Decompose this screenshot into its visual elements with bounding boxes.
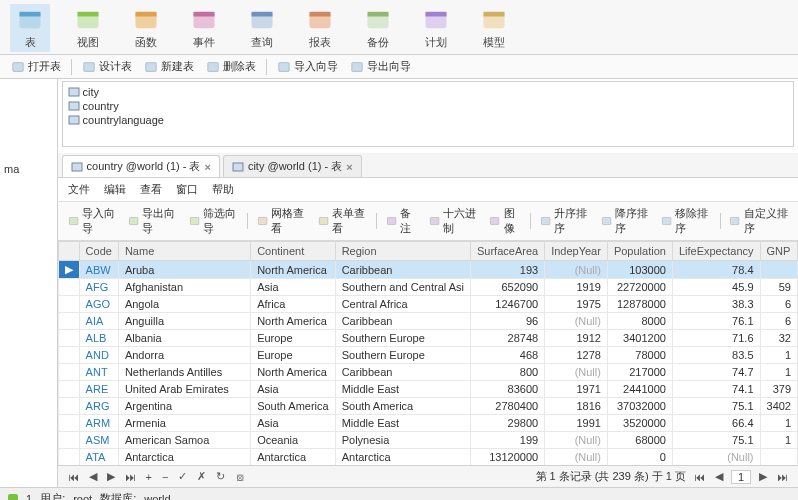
svg-rect-29 bbox=[69, 217, 77, 224]
nav-prev-icon[interactable]: ◀ bbox=[87, 470, 99, 483]
memo-button[interactable]: 备注 bbox=[381, 204, 423, 238]
menu-3[interactable]: 窗口 bbox=[176, 182, 198, 197]
svg-rect-38 bbox=[602, 217, 610, 224]
menu-4[interactable]: 帮助 bbox=[212, 182, 234, 197]
svg-rect-25 bbox=[69, 102, 79, 110]
import-wiz-button[interactable]: 导入向导 bbox=[63, 204, 123, 238]
sort-asc-button[interactable]: 升序排序 bbox=[535, 204, 595, 238]
col-Name[interactable]: Name bbox=[118, 242, 250, 261]
menu-0[interactable]: 文件 bbox=[68, 182, 90, 197]
status-bar: 1 用户: root 数据库: world bbox=[0, 487, 798, 500]
col-LifeExpectancy[interactable]: LifeExpectancy bbox=[672, 242, 760, 261]
user-label: 用户: bbox=[40, 491, 65, 500]
svg-rect-11 bbox=[310, 12, 331, 17]
col-Code[interactable]: Code bbox=[79, 242, 118, 261]
tab-country[interactable]: country @world (1) - 表× bbox=[62, 155, 220, 177]
table-row[interactable]: ANDAndorraEuropeSouthern Europe468127878… bbox=[58, 347, 797, 364]
col-Region[interactable]: Region bbox=[335, 242, 470, 261]
svg-rect-39 bbox=[662, 217, 670, 224]
form-view-button[interactable]: 表单查看 bbox=[313, 204, 373, 238]
filter-wiz-button[interactable]: 筛选向导 bbox=[184, 204, 244, 238]
svg-rect-37 bbox=[541, 217, 549, 224]
col-Population[interactable]: Population bbox=[607, 242, 672, 261]
page-next-icon[interactable]: ▶ bbox=[757, 470, 769, 483]
ribbon-view[interactable]: 视图 bbox=[68, 4, 108, 52]
table-row[interactable]: ASMAmerican SamoaOceaniaPolynesia199(Nul… bbox=[58, 432, 797, 449]
record-navigator: ⏮ ◀ ▶ ⏭ + − ✓ ✗ ↻ ⦻ 第 1 条记录 (共 239 条) 于 … bbox=[58, 465, 798, 487]
table-row[interactable]: ARGArgentinaSouth AmericaSouth America27… bbox=[58, 398, 797, 415]
ribbon-function[interactable]: 函数 bbox=[126, 4, 166, 52]
svg-rect-17 bbox=[484, 12, 505, 17]
col-Continent[interactable]: Continent bbox=[251, 242, 336, 261]
ribbon-table[interactable]: 表 bbox=[10, 4, 50, 52]
nav-add-icon[interactable]: + bbox=[144, 471, 154, 483]
nav-refresh-icon[interactable]: ↻ bbox=[214, 470, 227, 483]
ribbon-event[interactable]: 事件 bbox=[184, 4, 224, 52]
svg-rect-13 bbox=[368, 12, 389, 17]
ribbon-function-label: 函数 bbox=[135, 35, 157, 50]
export-wiz-button[interactable]: 导出向导 bbox=[123, 204, 183, 238]
ribbon-backup-label: 备份 bbox=[367, 35, 389, 50]
nav-stop-icon[interactable]: ⦻ bbox=[233, 471, 248, 483]
menu-1[interactable]: 编辑 bbox=[104, 182, 126, 197]
connection-status-icon bbox=[8, 494, 18, 501]
svg-rect-32 bbox=[259, 217, 267, 224]
menu-2[interactable]: 查看 bbox=[140, 182, 162, 197]
sort-desc-button[interactable]: 降序排序 bbox=[596, 204, 656, 238]
page-first-icon[interactable]: ⏮ bbox=[692, 471, 707, 483]
svg-rect-19 bbox=[84, 62, 95, 71]
tree-item-country[interactable]: country bbox=[66, 99, 790, 113]
grid-view-button[interactable]: 网格查看 bbox=[252, 204, 312, 238]
table-row[interactable]: AREUnited Arab EmiratesAsiaMiddle East83… bbox=[58, 381, 797, 398]
table-row[interactable]: ▶ABWArubaNorth AmericaCaribbean193(Null)… bbox=[58, 261, 797, 279]
data-grid[interactable]: CodeNameContinentRegionSurfaceAreaIndepY… bbox=[58, 241, 798, 465]
nav-commit-icon[interactable]: ✓ bbox=[176, 470, 189, 483]
ribbon-query[interactable]: 查询 bbox=[242, 4, 282, 52]
hex-button[interactable]: 十六进制 bbox=[424, 204, 484, 238]
table-row[interactable]: ANTNetherlands AntillesNorth AmericaCari… bbox=[58, 364, 797, 381]
nav-next-icon[interactable]: ▶ bbox=[105, 470, 117, 483]
svg-rect-24 bbox=[69, 88, 79, 96]
svg-rect-26 bbox=[69, 116, 79, 124]
svg-rect-35 bbox=[430, 217, 438, 224]
import-wizard-button[interactable]: 导入向导 bbox=[272, 57, 343, 76]
ribbon-report[interactable]: 报表 bbox=[300, 4, 340, 52]
svg-rect-31 bbox=[190, 217, 198, 224]
custom-sort-button[interactable]: 自定义排序 bbox=[724, 204, 793, 238]
delete-table-button[interactable]: 删除表 bbox=[201, 57, 261, 76]
ribbon-model[interactable]: 模型 bbox=[474, 4, 514, 52]
table-row[interactable]: AFGAfghanistanAsiaSouthern and Central A… bbox=[58, 279, 797, 296]
tab-city[interactable]: city @world (1) - 表× bbox=[223, 155, 362, 177]
ribbon-event-label: 事件 bbox=[193, 35, 215, 50]
image-button[interactable]: 图像 bbox=[484, 204, 526, 238]
svg-rect-27 bbox=[72, 163, 82, 171]
page-last-icon[interactable]: ⏭ bbox=[775, 471, 790, 483]
nav-cancel-icon[interactable]: ✗ bbox=[195, 470, 208, 483]
remove-sort-button[interactable]: 移除排序 bbox=[656, 204, 716, 238]
page-number[interactable]: 1 bbox=[731, 470, 751, 484]
page-prev-icon[interactable]: ◀ bbox=[713, 470, 725, 483]
col-IndepYear[interactable]: IndepYear bbox=[545, 242, 608, 261]
nav-first-icon[interactable]: ⏮ bbox=[66, 471, 81, 483]
ribbon-backup[interactable]: 备份 bbox=[358, 4, 398, 52]
col-GNP[interactable]: GNP bbox=[760, 242, 797, 261]
table-row[interactable]: ALBAlbaniaEuropeSouthern Europe287481912… bbox=[58, 330, 797, 347]
open-table-button[interactable]: 打开表 bbox=[6, 57, 66, 76]
ribbon-table-label: 表 bbox=[25, 35, 36, 50]
tab-country-close-icon[interactable]: × bbox=[204, 161, 210, 173]
tab-city-close-icon[interactable]: × bbox=[346, 161, 352, 173]
ribbon-schedule[interactable]: 计划 bbox=[416, 4, 456, 52]
nav-last-icon[interactable]: ⏭ bbox=[123, 471, 138, 483]
tree-item-city[interactable]: city bbox=[66, 85, 790, 99]
table-row[interactable]: AIAAnguillaNorth AmericaCaribbean96(Null… bbox=[58, 313, 797, 330]
table-row[interactable]: ATAAntarcticaAntarcticaAntarctica1312000… bbox=[58, 449, 797, 466]
table-row[interactable]: ARMArmeniaAsiaMiddle East298001991352000… bbox=[58, 415, 797, 432]
table-row[interactable]: AGOAngolaAfricaCentral Africa12467001975… bbox=[58, 296, 797, 313]
export-wizard-button[interactable]: 导出向导 bbox=[345, 57, 416, 76]
col-SurfaceArea[interactable]: SurfaceArea bbox=[470, 242, 544, 261]
svg-rect-33 bbox=[319, 217, 327, 224]
tree-item-countrylanguage[interactable]: countrylanguage bbox=[66, 113, 790, 127]
design-table-button[interactable]: 设计表 bbox=[77, 57, 137, 76]
new-table-button[interactable]: 新建表 bbox=[139, 57, 199, 76]
nav-del-icon[interactable]: − bbox=[160, 471, 170, 483]
